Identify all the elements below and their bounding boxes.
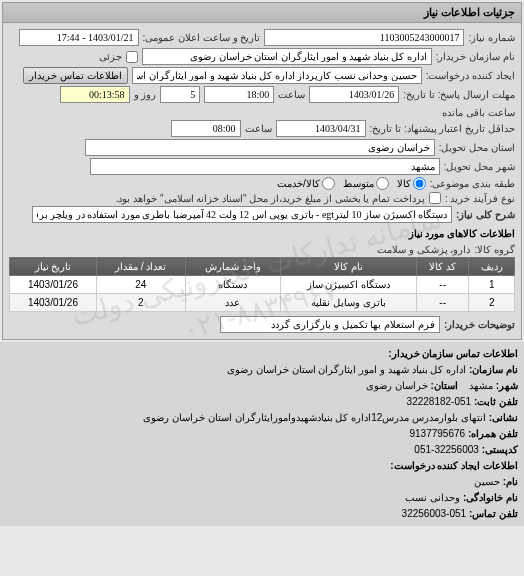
partial-label: جزئی bbox=[99, 51, 122, 62]
priority-radio-group: کالا متوسط کالا/خدمت bbox=[277, 177, 426, 190]
validity-time-input[interactable] bbox=[171, 120, 241, 137]
desc-label: شرح کلی نیاز: bbox=[456, 209, 515, 220]
deadline-date-input[interactable] bbox=[309, 86, 399, 103]
deadline-time-label: ساعت bbox=[278, 89, 305, 100]
table-row: 1 -- دستگاه اکسیژن ساز دستگاه 24 1403/01… bbox=[10, 276, 515, 294]
province-label: استان محل تحویل: bbox=[439, 142, 515, 153]
validity-time-label: ساعت bbox=[245, 123, 272, 134]
priority-label: طبقه بندی موضوعی: bbox=[430, 178, 515, 189]
days-label: روز و bbox=[134, 89, 157, 100]
req-number-input[interactable] bbox=[264, 29, 464, 46]
group-label: گروه کالا: bbox=[474, 244, 515, 255]
process-label: نوع فرآیند خرید : bbox=[445, 193, 515, 204]
days-input[interactable] bbox=[160, 86, 200, 103]
th-1: کد کالا bbox=[416, 258, 469, 276]
partial-checkbox[interactable] bbox=[126, 51, 138, 63]
remaining-label: ساعت باقی مانده bbox=[442, 107, 515, 118]
th-2: نام کالا bbox=[280, 258, 416, 276]
contact-button[interactable]: اطلاعات تماس خریدار bbox=[23, 67, 128, 84]
th-4: تعداد / مقدار bbox=[96, 258, 185, 276]
requester-input[interactable] bbox=[132, 67, 422, 84]
city-label: شهر محل تحویل: bbox=[444, 161, 515, 172]
desc-input[interactable] bbox=[32, 206, 452, 223]
validity-date-input[interactable] bbox=[276, 120, 366, 137]
buyer-input[interactable] bbox=[142, 48, 432, 65]
deadline-time-input[interactable] bbox=[204, 86, 274, 103]
remaining-input bbox=[60, 86, 130, 103]
requester-label: ایجاد کننده درخواست: bbox=[426, 70, 515, 81]
table-row: 2 -- باتری وسایل نقلیه عدد 2 1403/01/26 bbox=[10, 294, 515, 312]
contact-section: اطلاعات تماس سازمان خریدار: نام سازمان: … bbox=[0, 342, 524, 526]
items-section-label: اطلاعات کالاهای مورد نیاز bbox=[9, 225, 515, 242]
province-input[interactable] bbox=[85, 139, 435, 156]
process-value: پرداخت تمام یا بخشی از مبلغ خرید،از محل … bbox=[9, 193, 425, 204]
th-3: واحد شمارش bbox=[185, 258, 280, 276]
process-checkbox[interactable] bbox=[429, 192, 441, 204]
buyer-note-label: توضیحات خریدار: bbox=[444, 319, 515, 330]
deadline-label: مهلت ارسال پاسخ: تا تاریخ: bbox=[403, 89, 515, 100]
buyer-note-value: فرم استعلام بها تکمیل و بارگزاری گردد bbox=[220, 316, 440, 333]
contact-title1: اطلاعات تماس سازمان خریدار: bbox=[6, 346, 518, 362]
announce-input[interactable] bbox=[19, 29, 139, 46]
radio-medium[interactable] bbox=[376, 177, 389, 190]
validity-label: حداقل تاریخ اعتبار پیشنهاد: تا تاریخ: bbox=[370, 123, 515, 134]
th-5: تاریخ نیاز bbox=[10, 258, 97, 276]
panel-title: جزئیات اطلاعات نیاز bbox=[3, 3, 521, 23]
buyer-label: نام سازمان خریدار: bbox=[436, 51, 515, 62]
req-number-label: شماره نیاز: bbox=[468, 32, 515, 43]
contact-title2: اطلاعات ایجاد کننده درخواست: bbox=[6, 458, 518, 474]
items-table: ردیف کد کالا نام کالا واحد شمارش تعداد /… bbox=[9, 257, 515, 312]
announce-label: تاریخ و ساعت اعلان عمومی: bbox=[143, 32, 261, 43]
radio-service[interactable] bbox=[322, 177, 335, 190]
radio-kala[interactable] bbox=[413, 177, 426, 190]
city-input[interactable] bbox=[90, 158, 440, 175]
group-value: دارو، پزشکی و سلامت bbox=[377, 244, 470, 255]
th-0: ردیف bbox=[469, 258, 515, 276]
